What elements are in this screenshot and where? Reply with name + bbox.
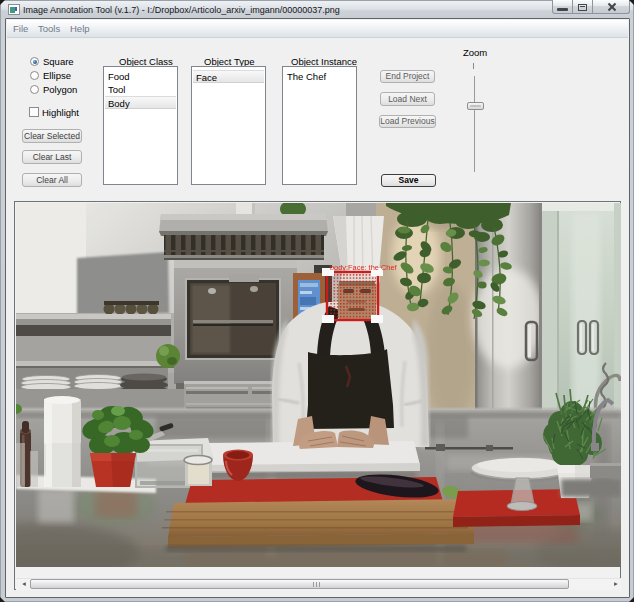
- svg-text:body:Face: the Chef: body:Face: the Chef: [330, 263, 398, 272]
